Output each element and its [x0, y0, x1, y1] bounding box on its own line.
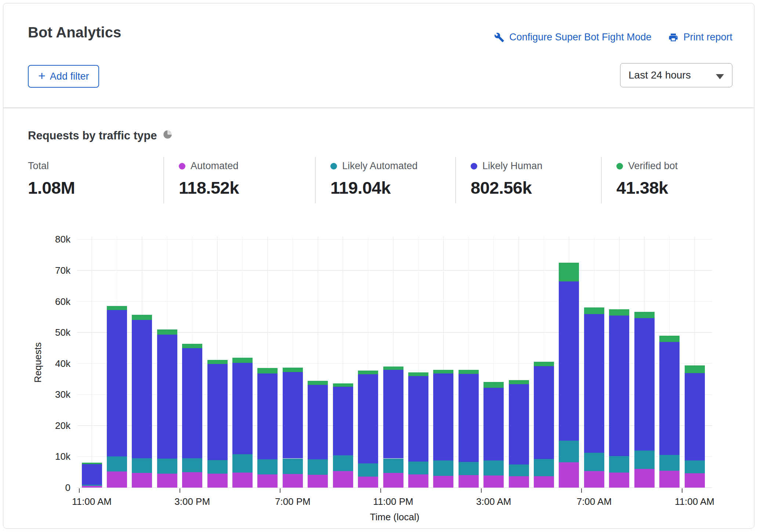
bar-segment-likely-automated[interactable] [157, 459, 177, 474]
bar-segment-automated[interactable] [534, 476, 554, 488]
bar-segment-likely-human[interactable] [207, 364, 228, 460]
bar-segment-likely-human[interactable] [107, 310, 127, 456]
bar-segment-likely-automated[interactable] [182, 458, 202, 472]
bar-segment-likely-human[interactable] [182, 348, 202, 458]
bar-segment-likely-human[interactable] [82, 464, 102, 485]
bar-segment-likely-automated[interactable] [82, 485, 102, 486]
bar-segment-automated[interactable] [659, 471, 680, 488]
bar-segment-likely-automated[interactable] [257, 459, 278, 474]
bar-segment-verified-bot[interactable] [534, 362, 554, 366]
bar-segment-likely-automated[interactable] [232, 454, 253, 473]
bar-segment-automated[interactable] [232, 473, 253, 488]
bar-segment-verified-bot[interactable] [132, 315, 152, 320]
bar-segment-likely-human[interactable] [408, 376, 428, 462]
bar-segment-verified-bot[interactable] [509, 380, 529, 384]
bar-segment-verified-bot[interactable] [308, 381, 328, 385]
bar-segment-automated[interactable] [182, 472, 202, 488]
bar-segment-likely-human[interactable] [609, 316, 629, 456]
bar-segment-likely-human[interactable] [433, 374, 453, 460]
bar-segment-likely-human[interactable] [534, 366, 554, 459]
bar-segment-likely-automated[interactable] [308, 459, 328, 475]
bar-segment-verified-bot[interactable] [283, 368, 303, 372]
bar-segment-likely-human[interactable] [559, 281, 579, 441]
bar-segment-verified-bot[interactable] [232, 358, 253, 363]
bar-segment-verified-bot[interactable] [634, 312, 655, 318]
bar-segment-automated[interactable] [509, 476, 529, 488]
bar-segment-likely-human[interactable] [257, 374, 278, 459]
bar-segment-likely-human[interactable] [283, 372, 303, 458]
bar-segment-automated[interactable] [408, 474, 428, 488]
bar-segment-likely-automated[interactable] [408, 462, 428, 475]
bar-segment-likely-automated[interactable] [132, 458, 152, 473]
bar-segment-automated[interactable] [584, 471, 604, 488]
bar-segment-likely-human[interactable] [232, 363, 253, 454]
bar-segment-likely-human[interactable] [584, 314, 604, 453]
bar-segment-likely-automated[interactable] [459, 462, 479, 475]
bar-segment-likely-automated[interactable] [483, 460, 504, 475]
bar-segment-likely-human[interactable] [634, 318, 655, 451]
bar-segment-verified-bot[interactable] [333, 383, 353, 387]
bar-segment-likely-automated[interactable] [685, 460, 705, 473]
bar-segment-verified-bot[interactable] [82, 463, 102, 464]
bar-segment-verified-bot[interactable] [685, 365, 705, 373]
bar-segment-verified-bot[interactable] [659, 336, 680, 342]
bar-segment-verified-bot[interactable] [584, 307, 604, 314]
bar-segment-automated[interactable] [559, 462, 579, 488]
bar-segment-likely-automated[interactable] [283, 459, 303, 474]
bar-segment-verified-bot[interactable] [257, 368, 278, 373]
bar-segment-verified-bot[interactable] [157, 329, 177, 335]
add-filter-button[interactable]: + Add filter [28, 65, 99, 88]
bar-segment-likely-human[interactable] [483, 388, 504, 460]
bar-segment-likely-automated[interactable] [509, 464, 529, 476]
bar-segment-likely-human[interactable] [157, 335, 177, 459]
bar-segment-automated[interactable] [107, 471, 127, 488]
bar-segment-automated[interactable] [207, 474, 228, 488]
bar-segment-automated[interactable] [383, 473, 403, 488]
bar-segment-likely-human[interactable] [132, 320, 152, 458]
bar-segment-verified-bot[interactable] [207, 360, 228, 364]
bar-segment-verified-bot[interactable] [433, 370, 453, 374]
bar-segment-automated[interactable] [257, 474, 278, 488]
bar-segment-likely-human[interactable] [685, 373, 705, 460]
bar-segment-verified-bot[interactable] [383, 367, 403, 370]
bar-segment-automated[interactable] [82, 486, 102, 488]
bar-segment-verified-bot[interactable] [459, 370, 479, 374]
bar-segment-likely-automated[interactable] [358, 463, 378, 477]
bar-segment-automated[interactable] [483, 475, 504, 488]
bar-segment-likely-human[interactable] [659, 342, 680, 455]
bar-segment-verified-bot[interactable] [107, 306, 127, 310]
bar-segment-verified-bot[interactable] [182, 344, 202, 348]
bar-segment-likely-automated[interactable] [559, 441, 579, 462]
bar-segment-automated[interactable] [685, 473, 705, 488]
bar-segment-likely-automated[interactable] [107, 456, 127, 471]
bar-segment-likely-automated[interactable] [207, 460, 228, 474]
bar-segment-likely-human[interactable] [459, 374, 479, 462]
bar-segment-likely-automated[interactable] [383, 459, 403, 473]
bar-segment-likely-human[interactable] [333, 387, 353, 455]
bar-segment-verified-bot[interactable] [408, 372, 428, 376]
bar-segment-automated[interactable] [634, 469, 655, 488]
bar-segment-likely-human[interactable] [308, 385, 328, 459]
bar-segment-likely-automated[interactable] [534, 459, 554, 476]
bar-segment-automated[interactable] [333, 471, 353, 488]
bar-segment-likely-automated[interactable] [333, 455, 353, 471]
bar-segment-likely-automated[interactable] [634, 451, 655, 469]
bar-segment-automated[interactable] [358, 477, 378, 488]
bar-segment-automated[interactable] [283, 474, 303, 488]
bar-segment-verified-bot[interactable] [609, 309, 629, 316]
bar-segment-likely-automated[interactable] [584, 453, 604, 471]
time-range-select[interactable]: Last 24 hours [620, 63, 732, 87]
bar-segment-verified-bot[interactable] [559, 263, 579, 281]
bar-segment-likely-human[interactable] [509, 384, 529, 464]
bar-segment-automated[interactable] [308, 475, 328, 488]
bar-segment-automated[interactable] [157, 474, 177, 488]
bar-segment-automated[interactable] [433, 476, 453, 488]
bar-segment-verified-bot[interactable] [483, 382, 504, 388]
bar-segment-likely-human[interactable] [358, 374, 378, 463]
configure-super-bot-fight-mode-link[interactable]: Configure Super Bot Fight Mode [494, 32, 651, 43]
bar-segment-likely-automated[interactable] [659, 455, 680, 471]
bar-segment-likely-human[interactable] [383, 370, 403, 458]
print-report-link[interactable]: Print report [668, 32, 732, 43]
bar-segment-likely-automated[interactable] [433, 460, 453, 476]
bar-segment-verified-bot[interactable] [358, 371, 378, 374]
